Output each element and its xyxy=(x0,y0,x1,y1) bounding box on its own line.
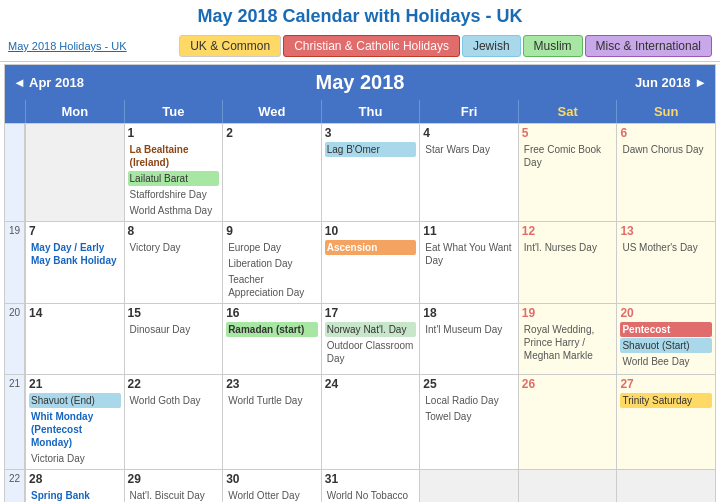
event-label: World Asthma Day xyxy=(128,203,220,218)
event-label: World Turtle Day xyxy=(226,393,318,408)
cal-day[interactable]: 12Int'l. Nurses Day xyxy=(518,222,617,303)
cal-day[interactable]: 21Shavuot (End)Whit Monday (Pentecost Mo… xyxy=(25,375,124,469)
cal-day[interactable]: 8Victory Day xyxy=(124,222,223,303)
day-header-thu: Thu xyxy=(321,100,420,123)
event-label: Trinity Saturday xyxy=(620,393,712,408)
cal-day[interactable] xyxy=(419,470,518,502)
cal-day[interactable]: 10Ascension xyxy=(321,222,420,303)
cal-day[interactable]: 1La Bealtaine (Ireland)Lailatul BaratSta… xyxy=(124,124,223,221)
calendar: ◄ Apr 2018 May 2018 Jun 2018 ► Mon Tue W… xyxy=(4,64,716,502)
calendar-week-4: 2228Spring Bank HolidayUS Memorial Day29… xyxy=(5,469,715,502)
cal-day[interactable]: 24 xyxy=(321,375,420,469)
cal-day[interactable]: 28Spring Bank HolidayUS Memorial Day xyxy=(25,470,124,502)
day-number: 11 xyxy=(423,224,515,238)
cal-day[interactable]: 6Dawn Chorus Day xyxy=(616,124,715,221)
day-number: 10 xyxy=(325,224,417,238)
week-num-3: 21 xyxy=(5,375,25,469)
day-number: 27 xyxy=(620,377,712,391)
event-label: Shavuot (End) xyxy=(29,393,121,408)
cal-day[interactable]: 4Star Wars Day xyxy=(419,124,518,221)
cal-day[interactable]: 7May Day / Early May Bank Holiday xyxy=(25,222,124,303)
day-number: 21 xyxy=(29,377,121,391)
event-label: Whit Monday (Pentecost Monday) xyxy=(29,409,121,450)
cal-day[interactable] xyxy=(518,470,617,502)
event-label: World Goth Day xyxy=(128,393,220,408)
event-label: Ascension xyxy=(325,240,417,255)
day-number: 30 xyxy=(226,472,318,486)
cal-day[interactable]: 16Ramadan (start) xyxy=(222,304,321,374)
cal-day[interactable]: 31World No Tobacco Day xyxy=(321,470,420,502)
day-number: 15 xyxy=(128,306,220,320)
cal-day[interactable]: 29Nat'l. Biscuit DayOak Apple Day xyxy=(124,470,223,502)
cal-day[interactable]: 14 xyxy=(25,304,124,374)
cal-day[interactable]: 11Eat What You Want Day xyxy=(419,222,518,303)
day-header-fri: Fri xyxy=(419,100,518,123)
event-label: Royal Wedding, Prince Harry / Meghan Mar… xyxy=(522,322,614,363)
calendar-week-2: 201415Dinosaur Day16Ramadan (start)17Nor… xyxy=(5,303,715,374)
cal-day[interactable]: 22World Goth Day xyxy=(124,375,223,469)
event-label: Nat'l. Biscuit Day xyxy=(128,488,220,502)
calendar-body: 1La Bealtaine (Ireland)Lailatul BaratSta… xyxy=(5,123,715,502)
week-num-header-empty xyxy=(5,100,25,123)
event-label: Ramadan (start) xyxy=(226,322,318,337)
week-num-1: 19 xyxy=(5,222,25,303)
day-number: 22 xyxy=(128,377,220,391)
cal-day[interactable]: 15Dinosaur Day xyxy=(124,304,223,374)
tab-muslim[interactable]: Muslim xyxy=(523,35,583,57)
calendar-week-0: 1La Bealtaine (Ireland)Lailatul BaratSta… xyxy=(5,123,715,221)
day-number: 4 xyxy=(423,126,515,140)
event-label: Int'l. Nurses Day xyxy=(522,240,614,255)
day-number: 26 xyxy=(522,377,614,391)
day-number: 5 xyxy=(522,126,614,140)
event-label: Teacher Appreciation Day xyxy=(226,272,318,300)
tab-misc[interactable]: Misc & International xyxy=(585,35,712,57)
day-number: 18 xyxy=(423,306,515,320)
event-label: Liberation Day xyxy=(226,256,318,271)
event-label: Int'l Museum Day xyxy=(423,322,515,337)
cal-day[interactable]: 17Norway Nat'l. DayOutdoor Classroom Day xyxy=(321,304,420,374)
event-label: US Mother's Day xyxy=(620,240,712,255)
event-label: Towel Day xyxy=(423,409,515,424)
day-header-sat: Sat xyxy=(518,100,617,123)
cal-day[interactable]: 27Trinity Saturday xyxy=(616,375,715,469)
day-number: 14 xyxy=(29,306,121,320)
cal-day[interactable] xyxy=(25,124,124,221)
month-title: May 2018 xyxy=(316,71,405,94)
event-label: Local Radio Day xyxy=(423,393,515,408)
day-number: 31 xyxy=(325,472,417,486)
cal-day[interactable]: 26 xyxy=(518,375,617,469)
cal-day[interactable]: 2 xyxy=(222,124,321,221)
cal-day[interactable]: 18Int'l Museum Day xyxy=(419,304,518,374)
cal-day[interactable]: 5Free Comic Book Day xyxy=(518,124,617,221)
event-label: Victoria Day xyxy=(29,451,121,466)
event-label: Spring Bank Holiday xyxy=(29,488,121,502)
event-label: Star Wars Day xyxy=(423,142,515,157)
cal-day[interactable]: 30World Otter Day xyxy=(222,470,321,502)
tab-jewish[interactable]: Jewish xyxy=(462,35,521,57)
tab-uk-common[interactable]: UK & Common xyxy=(179,35,281,57)
cal-day[interactable] xyxy=(616,470,715,502)
cal-day[interactable]: 20PentecostShavuot (Start)World Bee Day xyxy=(616,304,715,374)
cal-day[interactable]: 23World Turtle Day xyxy=(222,375,321,469)
day-header-sun: Sun xyxy=(616,100,715,123)
day-header-mon: Mon xyxy=(25,100,124,123)
week-num-4: 22 xyxy=(5,470,25,502)
cal-day[interactable]: 25Local Radio DayTowel Day xyxy=(419,375,518,469)
day-number: 28 xyxy=(29,472,121,486)
day-number: 7 xyxy=(29,224,121,238)
cal-day[interactable]: 13US Mother's Day xyxy=(616,222,715,303)
cal-day[interactable]: 19Royal Wedding, Prince Harry / Meghan M… xyxy=(518,304,617,374)
day-header-wed: Wed xyxy=(222,100,321,123)
event-label: Lag B'Omer xyxy=(325,142,417,157)
prev-month-nav[interactable]: ◄ Apr 2018 xyxy=(13,75,84,90)
cal-day[interactable]: 9Europe DayLiberation DayTeacher Appreci… xyxy=(222,222,321,303)
site-nav-link[interactable]: May 2018 Holidays - UK xyxy=(8,40,127,52)
event-label: Dinosaur Day xyxy=(128,322,220,337)
cal-day[interactable]: 3Lag B'Omer xyxy=(321,124,420,221)
week-num-0 xyxy=(5,124,25,221)
event-label: World Otter Day xyxy=(226,488,318,502)
event-label: La Bealtaine (Ireland) xyxy=(128,142,220,170)
next-month-nav[interactable]: Jun 2018 ► xyxy=(635,75,707,90)
tab-christian[interactable]: Christian & Catholic Holidays xyxy=(283,35,460,57)
event-label: Norway Nat'l. Day xyxy=(325,322,417,337)
